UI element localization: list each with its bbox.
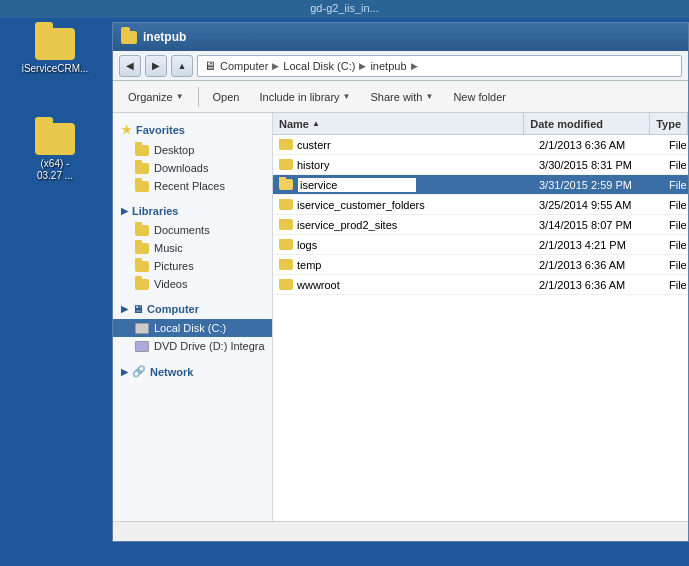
recent-places-nav-folder-icon: [135, 181, 149, 192]
path-arrow-3: ▶: [411, 61, 418, 71]
file-folder-icon: [279, 199, 293, 210]
back-button[interactable]: ◀: [119, 55, 141, 77]
desktop-icon-2[interactable]: (x64) -03.27 ...: [15, 123, 95, 182]
status-bar: [113, 521, 688, 541]
music-nav-folder-icon: [135, 243, 149, 254]
file-list-body: custerr2/1/2013 6:36 AMFilehistory3/30/2…: [273, 135, 688, 521]
title-bar: gd-g2_iis_in...: [0, 0, 689, 18]
favorites-section[interactable]: ★ Favorites: [113, 119, 272, 141]
file-cell-date: 3/30/2015 8:31 PM: [533, 159, 663, 171]
explorer-window: inetpub ◀ ▶ ▲ 🖥 Computer ▶ Local Disk (C…: [112, 22, 689, 542]
path-arrow-2: ▶: [359, 61, 366, 71]
file-cell-name: history: [273, 159, 533, 171]
rename-input[interactable]: [297, 177, 417, 193]
file-folder-icon: [279, 219, 293, 230]
desktop-nav-label: Desktop: [154, 144, 194, 156]
nav-item-downloads[interactable]: Downloads: [113, 159, 272, 177]
nav-item-recent-places[interactable]: Recent Places: [113, 177, 272, 195]
local-disk-nav-icon: [135, 323, 149, 334]
network-nav-icon: 🔗: [132, 365, 146, 378]
file-row[interactable]: logs2/1/2013 4:21 PMFile: [273, 235, 688, 255]
pictures-nav-folder-icon: [135, 261, 149, 272]
file-cell-name: custerr: [273, 139, 533, 151]
path-arrow-1: ▶: [272, 61, 279, 71]
col-type-label: Type: [656, 118, 681, 130]
file-cell-date: 3/25/2014 9:55 AM: [533, 199, 663, 211]
file-folder-icon: [279, 279, 293, 290]
file-cell-type: File: [663, 159, 688, 171]
file-row[interactable]: temp2/1/2013 6:36 AMFile: [273, 255, 688, 275]
videos-nav-label: Videos: [154, 278, 187, 290]
forward-button[interactable]: ▶: [145, 55, 167, 77]
nav-item-music[interactable]: Music: [113, 239, 272, 257]
path-folder: inetpub: [370, 60, 406, 72]
file-name-text: iservice_customer_folders: [297, 199, 425, 211]
nav-pane: ★ Favorites Desktop Downloads Recent Pla…: [113, 113, 273, 521]
downloads-nav-label: Downloads: [154, 162, 208, 174]
file-row[interactable]: wwwroot2/1/2013 6:36 AMFile: [273, 275, 688, 295]
desktop-folder-icon-2: [35, 123, 75, 155]
nav-item-dvd-drive[interactable]: DVD Drive (D:) Integra: [113, 337, 272, 355]
documents-nav-folder-icon: [135, 225, 149, 236]
file-cell-date: 2/1/2013 6:36 AM: [533, 139, 663, 151]
file-folder-icon: [279, 239, 293, 250]
file-cell-name: logs: [273, 239, 533, 251]
title-text: gd-g2_iis_in...: [310, 2, 379, 14]
file-row[interactable]: 3/31/2015 2:59 PMFile: [273, 175, 688, 195]
file-row[interactable]: iservice_prod2_sites3/14/2015 8:07 PMFil…: [273, 215, 688, 235]
file-cell-name: temp: [273, 259, 533, 271]
file-name-text: temp: [297, 259, 321, 271]
address-path[interactable]: 🖥 Computer ▶ Local Disk (C:) ▶ inetpub ▶: [197, 55, 682, 77]
col-header-name[interactable]: Name ▲: [273, 113, 524, 134]
organize-button[interactable]: Organize ▼: [119, 85, 193, 109]
new-folder-label: New folder: [453, 91, 506, 103]
file-cell-date: 2/1/2013 6:36 AM: [533, 259, 663, 271]
libraries-section[interactable]: ▶ Libraries: [113, 201, 272, 221]
file-cell-type: File: [663, 199, 688, 211]
window-title-text: inetpub: [143, 30, 186, 44]
address-bar: ◀ ▶ ▲ 🖥 Computer ▶ Local Disk (C:) ▶ ine…: [113, 51, 688, 81]
share-with-arrow: ▼: [425, 92, 433, 101]
desktop-icon-1[interactable]: iServiceCRM...: [15, 28, 95, 75]
file-cell-type: File: [663, 179, 688, 191]
col-date-label: Date modified: [530, 118, 603, 130]
nav-item-videos[interactable]: Videos: [113, 275, 272, 293]
network-section[interactable]: ▶ 🔗 Network: [113, 361, 272, 382]
file-list-header: Name ▲ Date modified Type: [273, 113, 688, 135]
desktop-icon-1-label: iServiceCRM...: [22, 63, 89, 75]
file-row[interactable]: iservice_customer_folders3/25/2014 9:55 …: [273, 195, 688, 215]
computer-section[interactable]: ▶ 🖥 Computer: [113, 299, 272, 319]
computer-nav-icon: 🖥: [132, 303, 143, 315]
nav-item-desktop[interactable]: Desktop: [113, 141, 272, 159]
new-folder-button[interactable]: New folder: [444, 85, 515, 109]
file-cell-type: File: [663, 279, 688, 291]
col-name-label: Name: [279, 118, 309, 130]
computer-expand-icon: ▶: [121, 304, 128, 314]
music-nav-label: Music: [154, 242, 183, 254]
file-cell-type: File: [663, 219, 688, 231]
file-name-text: wwwroot: [297, 279, 340, 291]
up-button[interactable]: ▲: [171, 55, 193, 77]
file-cell-date: 3/31/2015 2:59 PM: [533, 179, 663, 191]
dvd-drive-nav-label: DVD Drive (D:) Integra: [154, 340, 265, 352]
share-with-button[interactable]: Share with ▼: [362, 85, 443, 109]
nav-item-documents[interactable]: Documents: [113, 221, 272, 239]
file-folder-icon: [279, 159, 293, 170]
col-header-date[interactable]: Date modified: [524, 113, 650, 134]
file-row[interactable]: custerr2/1/2013 6:36 AMFile: [273, 135, 688, 155]
col-header-type[interactable]: Type: [650, 113, 688, 134]
path-computer: Computer: [220, 60, 268, 72]
file-cell-name: wwwroot: [273, 279, 533, 291]
file-folder-icon: [279, 259, 293, 270]
favorites-label: Favorites: [136, 124, 185, 136]
open-button[interactable]: Open: [204, 85, 249, 109]
file-cell-date: 2/1/2013 6:36 AM: [533, 279, 663, 291]
network-label: Network: [150, 366, 193, 378]
file-row[interactable]: history3/30/2015 8:31 PMFile: [273, 155, 688, 175]
window-title-folder-icon: [121, 31, 137, 44]
include-library-button[interactable]: Include in library ▼: [250, 85, 359, 109]
file-cell-date: 2/1/2013 4:21 PM: [533, 239, 663, 251]
nav-item-local-disk[interactable]: Local Disk (C:): [113, 319, 272, 337]
desktop: iServiceCRM... (x64) -03.27 ...: [0, 18, 110, 566]
nav-item-pictures[interactable]: Pictures: [113, 257, 272, 275]
